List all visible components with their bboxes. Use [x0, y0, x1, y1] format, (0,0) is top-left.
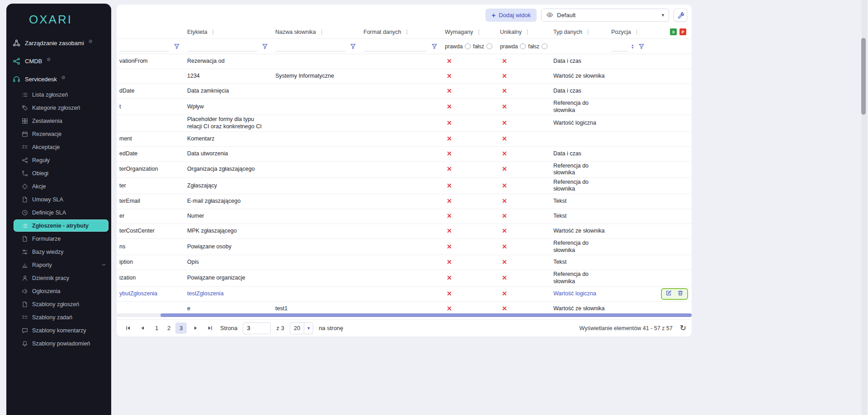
table-row[interactable]: iptionOpis✕✕Tekst — [117, 255, 692, 270]
bell-icon — [22, 340, 28, 347]
table-row[interactable]: izationPowiązane organizacje✕✕Referencja… — [117, 270, 692, 286]
cell-name: terCostCenter — [117, 227, 184, 236]
filter-input-etykieta[interactable] — [187, 42, 257, 51]
sidebar-item-szablony-powiadomien[interactable]: Szablony powiadomień — [6, 337, 111, 350]
sidebar-item-cmdb[interactable]: CMDB⊘ — [6, 52, 111, 70]
column-menu-icon[interactable]: ⋮ — [524, 28, 530, 35]
sidebar-item-ogloszenia[interactable]: Ogłoszenia — [6, 284, 111, 298]
filter-funnel-button[interactable] — [348, 42, 358, 51]
vertical-scrollbar[interactable] — [862, 0, 867, 415]
filter-input-nazwa-slownika[interactable] — [275, 42, 345, 51]
sidebar-item-definicje-sla[interactable]: Definicje SLA — [6, 206, 111, 219]
radio-unikalny-falsz[interactable] — [542, 43, 547, 49]
excel-export-icon[interactable]: X — [670, 28, 677, 35]
sidebar-item-zestawienia[interactable]: Zestawienia — [6, 114, 111, 127]
table-row[interactable]: terEmailE-mail zgłaszającego✕✕Tekst — [117, 194, 692, 209]
cell-label: Numer — [184, 212, 273, 221]
prev-page-button[interactable] — [137, 322, 148, 334]
sidebar-item-szablony-zadan[interactable]: Szablony zadań — [6, 311, 111, 324]
cell-required: ✕ — [442, 86, 497, 96]
column-menu-icon[interactable]: ⋮ — [210, 28, 216, 35]
table-row[interactable]: terOrganizationOrganizacja zgłaszającego… — [117, 162, 692, 178]
cell-dictionary — [273, 215, 361, 217]
page-button-2[interactable]: 2 — [163, 322, 175, 334]
settings-wrench-button[interactable] — [674, 9, 687, 22]
delete-row-button[interactable] — [675, 289, 686, 298]
unique-false-icon: ✕ — [500, 212, 507, 219]
sidebar-item-obiegi[interactable]: Obiegi — [6, 167, 111, 180]
sidebar-item-raporty[interactable]: Raporty — [6, 258, 111, 271]
refresh-icon[interactable]: ↻ — [680, 323, 686, 333]
page-button-3[interactable]: 3 — [175, 322, 187, 334]
trash-icon — [677, 290, 684, 298]
cell-name: ybutZgloszenia — [117, 289, 184, 298]
add-view-button[interactable]: + Dodaj widok — [486, 9, 537, 22]
page-number-input[interactable] — [243, 322, 271, 334]
table-row[interactable]: edDateData utworzenia✕✕Data i czas — [117, 147, 692, 162]
sidebar-item-reguly[interactable]: Reguły — [6, 154, 111, 167]
pdf-export-icon[interactable]: P — [679, 28, 686, 35]
last-page-button[interactable] — [204, 322, 216, 334]
view-select[interactable]: Default ▾ — [541, 9, 669, 22]
cell-position — [609, 106, 654, 108]
table-row[interactable]: dDateData zamknięcia✕✕Data i czas — [117, 84, 692, 99]
sidebar-item-dziennik-pracy[interactable]: Dziennik pracy — [6, 271, 111, 284]
sidebar-item-servicedesk[interactable]: Servicedesk⊘ — [6, 70, 111, 88]
sidebar-item-kategorie-zgloszen[interactable]: Kategorie zgłoszeń — [6, 101, 111, 114]
table-row[interactable]: mentKomentarz✕✕ — [117, 132, 692, 147]
sidebar-item-szablony-zgloszen[interactable]: Szablony zgłoszeń — [6, 298, 111, 311]
edit-row-button[interactable] — [663, 289, 674, 298]
page-size-select[interactable]: 20 ▼ — [290, 322, 313, 334]
cell-format — [361, 75, 442, 77]
table-row[interactable]: erNumer✕✕Tekst — [117, 209, 692, 224]
cell-required: ✕ — [442, 242, 497, 252]
table-row[interactable]: etest1✕✕Wartość ze słownika — [117, 302, 692, 312]
sidebar-item-rezerwacje[interactable]: Rezerwacje — [6, 127, 111, 140]
filter-input-name[interactable] — [119, 42, 169, 51]
filter-funnel-button[interactable] — [637, 42, 646, 51]
sidebar-item-akceptacje[interactable]: Akceptacje — [6, 140, 111, 154]
page-button-1[interactable]: 1 — [151, 322, 162, 334]
table-row[interactable]: vationFromRezerwacja od✕✕Data i czas — [117, 54, 692, 69]
filter-funnel-button[interactable] — [260, 42, 270, 51]
number-stepper-icon[interactable]: ▲▼ — [631, 44, 634, 49]
vertical-scrollbar-thumb[interactable] — [861, 38, 866, 115]
sidebar-item-akcje[interactable]: Akcje — [6, 180, 111, 193]
cell-unique: ✕ — [497, 242, 551, 252]
sidebar-item-label: Szablony zgłoszeń — [32, 301, 79, 308]
table-row[interactable]: ybutZgloszeniatestZgloszenia✕✕Wartość lo… — [117, 287, 692, 302]
filter-funnel-button[interactable] — [172, 42, 182, 51]
filter-input-pozycja[interactable] — [611, 42, 628, 51]
sidebar-item-zgloszenie-atrybuty[interactable]: Zgłoszenie - atrybuty — [14, 219, 108, 232]
scrollbar-thumb[interactable] — [160, 313, 692, 317]
sidebar-item-umowy-sla[interactable]: Umowy SLA — [6, 193, 111, 206]
radio-unikalny-prawda[interactable] — [520, 43, 526, 49]
sidebar-item-zarzadzanie-zasobami[interactable]: Zarządzanie zasobami⊘ — [6, 34, 111, 52]
cell-format — [361, 215, 442, 217]
first-page-button[interactable] — [122, 322, 134, 334]
radio-wymagany-falsz[interactable] — [486, 43, 492, 49]
table-row[interactable]: Placeholder formy dla typu relacji CI or… — [117, 115, 692, 131]
sidebar-item-lista-zgloszen[interactable]: Lista zgłoszeń — [6, 88, 111, 101]
column-menu-icon[interactable]: ⋮ — [634, 28, 640, 35]
filter-input-format-danych[interactable] — [363, 42, 427, 51]
required-false-icon: ✕ — [445, 227, 452, 234]
next-page-button[interactable] — [189, 322, 201, 334]
radio-wymagany-prawda[interactable] — [465, 43, 471, 49]
table-row[interactable]: nsPowiązane osoby✕✕Referencja do słownik… — [117, 239, 692, 255]
unique-false-icon: ✕ — [500, 274, 507, 281]
column-menu-icon[interactable]: ⋮ — [404, 28, 410, 35]
column-menu-icon[interactable]: ⋮ — [476, 28, 481, 35]
table-row[interactable]: tWpływ✕✕Referencja do słownika — [117, 99, 692, 115]
sidebar-item-szablony-komentarzy[interactable]: Szablony komentarzy — [6, 324, 111, 337]
table-row[interactable]: terCostCenterMPK zgłaszającego✕✕Wartość … — [117, 224, 692, 239]
table-row[interactable]: terZgłaszający✕✕Referencja do słownika — [117, 178, 692, 194]
filter-funnel-button[interactable] — [429, 42, 439, 51]
table-row[interactable]: 1234Systemy Informatyczne✕✕Wartość ze sł… — [117, 69, 692, 84]
sidebar-item-bazy-wiedzy[interactable]: Bazy wiedzy — [6, 245, 111, 258]
column-menu-icon[interactable]: ⋮ — [319, 28, 325, 35]
sidebar-item-formularze[interactable]: Formularze — [6, 232, 111, 245]
horizontal-scrollbar[interactable] — [117, 312, 692, 318]
column-menu-icon[interactable]: ⋮ — [585, 28, 591, 35]
share-nodes-icon — [13, 57, 20, 65]
